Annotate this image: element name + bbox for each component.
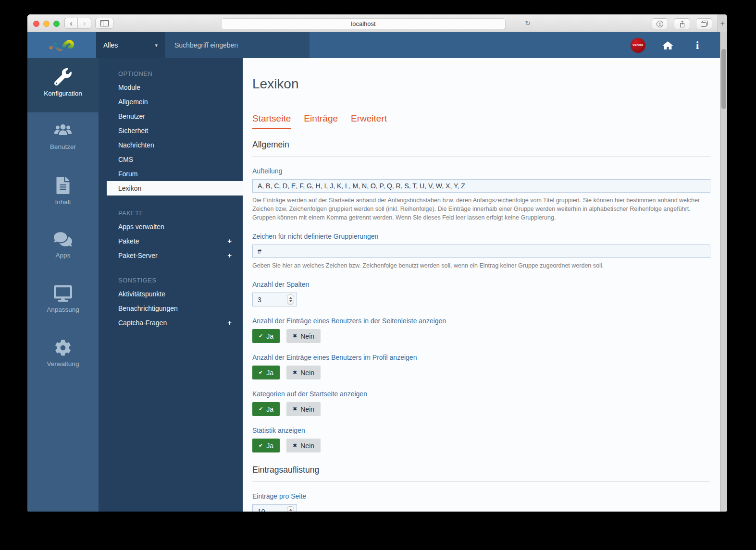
section-heading-eintragsauflistung: Eintragsauflistung [252, 465, 710, 482]
nein-button[interactable]: ✖ Nein [286, 439, 321, 452]
cross-icon: ✖ [293, 442, 297, 449]
minimize-window-button[interactable] [43, 21, 50, 27]
submenu-item-nachrichten[interactable]: Nachrichten [99, 138, 243, 152]
ja-button[interactable]: ✔ Ja [252, 439, 280, 452]
address-bar[interactable]: localhost [221, 18, 506, 29]
monitor-icon [54, 285, 72, 302]
chevron-down-icon: ▾ [155, 42, 158, 49]
zoom-window-button[interactable] [53, 21, 60, 27]
onepassword-icon: 1 [657, 21, 663, 27]
ja-button[interactable]: ✔ Ja [252, 366, 280, 379]
submenu-section-title: SONSTIGES [99, 274, 243, 287]
submenu-section-title: PAKETE [99, 207, 243, 220]
field-description: Geben Sie hier an welches Zeichen bzw. Z… [252, 261, 710, 270]
eintraege-pro-seite-number-field [252, 504, 297, 512]
gruppierungszeichen-input[interactable] [252, 244, 710, 258]
field-label-gruppierungszeichen: Zeichen für nicht definierte Gruppierung… [252, 232, 710, 240]
rail-item-apps[interactable]: Apps [27, 221, 99, 275]
share-button[interactable] [674, 18, 690, 29]
submenu-item-benutzer[interactable]: Benutzer [99, 109, 243, 123]
rail-item-benutzer[interactable]: Benutzer [27, 112, 99, 167]
browser-window: ‹ › localhost ↻ 1 [27, 14, 727, 512]
tab-startseite[interactable]: Startseite [252, 113, 291, 129]
tab-bar: Startseite Einträge Erweitert [252, 113, 710, 129]
field-label-eintraege-pro-seite: Einträge pro Seite [252, 492, 710, 500]
field-label-seitenleiste: Anzahl der Einträge eines Benutzers in d… [252, 317, 710, 325]
section-heading-allgemein: Allgemein [252, 140, 710, 157]
sidebar-toggle-button[interactable] [95, 18, 113, 29]
back-button[interactable]: ‹ [64, 18, 78, 29]
submenu-item-captcha-fragen[interactable]: Captcha-Fragen + [99, 316, 243, 330]
check-icon: ✔ [259, 406, 263, 412]
new-tab-button[interactable]: + [718, 14, 727, 32]
search-box [165, 32, 310, 58]
spalten-input[interactable] [253, 295, 281, 304]
rail-item-inhalt[interactable]: Inhalt [27, 167, 99, 221]
field-description: Die Einträge werden auf der Startseite a… [252, 196, 710, 222]
forward-icon: › [83, 19, 86, 28]
field-label-profil: Anzahl der Einträge eines Benutzers im P… [252, 354, 710, 361]
aufteilung-input[interactable] [252, 179, 710, 193]
search-input[interactable] [174, 41, 301, 49]
submenu-item-benachrichtigungen[interactable]: Benachrichtigungen [99, 301, 243, 316]
submenu-item-aktivitaetspunkte[interactable]: Aktivitätspunkte [99, 287, 243, 301]
onepassword-button[interactable]: 1 [652, 18, 668, 29]
wrench-icon [54, 68, 72, 86]
url-text: localhost [351, 20, 375, 27]
number-stepper[interactable] [287, 506, 294, 512]
submenu-item-pakete[interactable]: Pakete + [99, 234, 243, 248]
stepper-up-icon[interactable] [289, 509, 292, 511]
browser-toolbar: ‹ › localhost ↻ 1 [27, 14, 727, 32]
page-title: Lexikon [252, 76, 710, 92]
submenu-item-paket-server[interactable]: Paket-Server + [99, 248, 243, 263]
show-tabs-button[interactable] [696, 18, 712, 29]
rail-item-verwaltung[interactable]: Verwaltung [27, 330, 99, 384]
tab-erweitert[interactable]: Erweitert [351, 113, 387, 129]
info-button[interactable]: i [690, 39, 705, 52]
viecode-badge[interactable]: VIECODE [631, 38, 645, 53]
submenu-item-sicherheit[interactable]: Sicherheit [99, 123, 243, 138]
reload-icon[interactable]: ↻ [525, 19, 531, 27]
submenu-item-lexikon[interactable]: Lexikon [107, 181, 243, 196]
check-icon: ✔ [259, 369, 263, 376]
logo-w-icon [48, 36, 76, 54]
nein-button[interactable]: ✖ Nein [286, 402, 321, 416]
nein-button[interactable]: ✖ Nein [286, 329, 321, 343]
page-scrollbar[interactable] [720, 32, 727, 512]
woltlab-logo[interactable] [27, 32, 96, 58]
users-icon [53, 122, 73, 139]
stepper-down-icon[interactable] [289, 300, 292, 302]
eintraege-pro-seite-input[interactable] [253, 507, 281, 512]
search-scope-dropdown[interactable]: Alles ▾ [96, 32, 165, 58]
submenu-item-cms[interactable]: CMS [99, 152, 243, 167]
home-button[interactable] [660, 40, 675, 50]
nein-button[interactable]: ✖ Nein [286, 366, 321, 379]
tab-eintraege[interactable]: Einträge [304, 113, 338, 129]
stepper-up-icon[interactable] [289, 297, 292, 299]
rail-item-konfiguration[interactable]: Konfiguration [27, 58, 99, 112]
scrollbar-thumb[interactable] [721, 49, 726, 109]
spalten-number-field [252, 293, 297, 306]
number-stepper[interactable] [287, 294, 294, 305]
gear-icon [55, 340, 71, 356]
forward-button[interactable]: › [78, 18, 91, 29]
profil-toggle: ✔ Ja ✖ Nein [252, 366, 710, 379]
plus-icon[interactable]: + [227, 248, 232, 263]
submenu-item-forum[interactable]: Forum [99, 167, 243, 181]
sidebar-icon [100, 20, 109, 26]
submenu-item-allgemein[interactable]: Allgemein [99, 95, 243, 109]
check-icon: ✔ [259, 333, 263, 339]
rail-item-label: Benutzer [50, 143, 76, 150]
plus-icon[interactable]: + [227, 234, 232, 248]
close-window-button[interactable] [33, 21, 39, 27]
ja-button[interactable]: ✔ Ja [252, 329, 280, 343]
ja-button[interactable]: ✔ Ja [252, 402, 280, 416]
rail-item-anpassung[interactable]: Anpassung [27, 275, 99, 330]
submenu-item-apps-verwalten[interactable]: Apps verwalten [99, 220, 243, 234]
submenu-item-module[interactable]: Module [99, 80, 243, 95]
back-icon: ‹ [70, 19, 73, 28]
chat-bubbles-icon [54, 231, 72, 247]
plus-icon[interactable]: + [227, 316, 232, 330]
field-label-spalten: Anzahl der Spalten [252, 281, 710, 288]
check-icon: ✔ [259, 442, 263, 449]
